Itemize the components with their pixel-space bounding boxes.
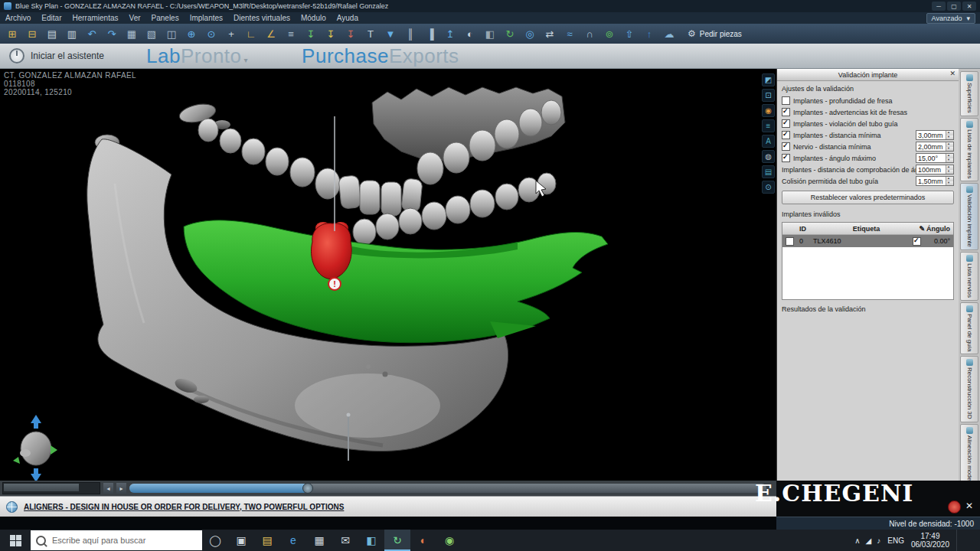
panel-close-icon[interactable]: ✕ bbox=[949, 70, 956, 77]
arc-tool-icon[interactable]: ∩ bbox=[580, 25, 599, 42]
menu-item[interactable]: Implantes bbox=[185, 14, 228, 22]
setting-checkbox[interactable] bbox=[782, 154, 790, 162]
globe-tool-icon[interactable]: ⊚ bbox=[600, 25, 619, 42]
crosshair-icon[interactable]: + bbox=[222, 25, 240, 42]
sphere-view-icon[interactable]: ◍ bbox=[762, 150, 775, 163]
search-input[interactable] bbox=[51, 535, 188, 546]
side-tab[interactable]: Validación implante bbox=[960, 183, 978, 250]
slider-tool-icon[interactable]: ║ bbox=[401, 25, 420, 42]
implant-table-row[interactable]: 0 TLX4610 0.00° bbox=[782, 235, 953, 247]
taskbar-search[interactable] bbox=[31, 530, 202, 550]
refresh-view-icon[interactable]: ↻ bbox=[501, 25, 519, 42]
advanced-mode-dropdown[interactable]: Avanzado ▾ bbox=[926, 13, 975, 24]
scroll-left-button[interactable]: ◂ bbox=[103, 483, 113, 494]
timeline-slider-knob[interactable] bbox=[302, 483, 313, 494]
spinner-value[interactable]: 15,00° bbox=[916, 154, 946, 162]
spinner-value[interactable]: 3,00mm bbox=[916, 131, 946, 139]
chrome-icon[interactable]: ◉ bbox=[436, 530, 462, 551]
spinner-down-icon[interactable] bbox=[946, 158, 953, 163]
layout-single-view-icon[interactable]: ▦ bbox=[122, 25, 141, 42]
tray-expand-icon[interactable]: ∧ bbox=[854, 536, 860, 545]
maximize-button[interactable]: ▢ bbox=[947, 2, 961, 11]
zoom-reset-icon[interactable]: ⊙ bbox=[202, 25, 220, 42]
volume-icon[interactable]: ♪ bbox=[877, 536, 880, 545]
layout-grid-view-icon[interactable]: ▧ bbox=[142, 25, 161, 42]
implant-angle-checkbox[interactable] bbox=[913, 237, 921, 246]
secondary-scrollbar[interactable] bbox=[2, 482, 100, 494]
setting-checkbox[interactable] bbox=[782, 108, 790, 116]
menu-item[interactable]: Ayuda bbox=[332, 14, 364, 22]
implant-yellow-icon[interactable]: ↧ bbox=[322, 25, 340, 42]
pan-view-icon[interactable]: ⇄ bbox=[541, 25, 559, 42]
value-spinner[interactable]: 2,00mm bbox=[916, 142, 954, 152]
cloud-icon[interactable]: ☁ bbox=[660, 25, 678, 42]
setting-checkbox[interactable] bbox=[782, 119, 790, 128]
camera-icon[interactable]: ⊙ bbox=[762, 181, 775, 194]
patient-orientation-icon[interactable]: ◉ bbox=[762, 104, 775, 117]
photos-icon[interactable]: ◧ bbox=[358, 530, 384, 551]
zoom-in-icon[interactable]: ⊕ bbox=[182, 25, 201, 42]
screw-tool-icon[interactable]: ↥ bbox=[441, 25, 459, 42]
setting-checkbox[interactable] bbox=[782, 142, 790, 151]
scroll-right-button[interactable]: ▸ bbox=[116, 483, 126, 494]
annotation-icon[interactable]: A bbox=[762, 135, 775, 148]
cortana-icon[interactable]: ◯ bbox=[202, 530, 228, 551]
aligners-news-link[interactable]: ALIGNERS - DESIGN IN HOUSE OR ORDER FOR … bbox=[24, 503, 344, 511]
reset-defaults-button[interactable]: Restablecer valores predeterminados bbox=[782, 191, 954, 204]
mail-icon[interactable]: ✉ bbox=[332, 530, 358, 551]
brightness-icon[interactable]: ◐ bbox=[461, 25, 479, 42]
network-icon[interactable]: ◢ bbox=[866, 536, 872, 545]
menu-item[interactable]: Paneles bbox=[146, 14, 185, 22]
menu-item[interactable]: Editar bbox=[36, 14, 67, 22]
upload-icon[interactable]: ↑ bbox=[640, 25, 658, 42]
store-icon[interactable]: ▦ bbox=[306, 530, 332, 551]
menu-item[interactable]: Herramientas bbox=[67, 14, 123, 22]
spline-tool-icon[interactable]: ≈ bbox=[560, 25, 579, 42]
clock[interactable]: 17:49 06/03/2020 bbox=[911, 532, 949, 549]
action-center-icon[interactable] bbox=[956, 530, 980, 551]
measure-distance-icon[interactable]: ∟ bbox=[242, 25, 260, 42]
menu-item[interactable]: Dientes virtuales bbox=[228, 14, 296, 22]
import-file-icon[interactable]: ⊟ bbox=[23, 25, 41, 42]
spinner-value[interactable]: 100mm bbox=[916, 165, 946, 174]
layers-icon[interactable]: ▤ bbox=[762, 165, 775, 178]
menu-item[interactable]: Módulo bbox=[296, 14, 332, 22]
browser-icon[interactable]: ◐ bbox=[410, 530, 436, 551]
value-spinner[interactable]: 15,00° bbox=[916, 153, 954, 163]
marker-icon[interactable]: ▼ bbox=[381, 25, 400, 42]
start-button[interactable] bbox=[0, 530, 31, 551]
timeline-slider[interactable] bbox=[129, 484, 766, 493]
implant-warning-icon[interactable]: ! bbox=[328, 278, 341, 290]
value-spinner[interactable]: 3,00mm bbox=[916, 130, 954, 140]
undo-icon[interactable]: ↶ bbox=[83, 25, 101, 42]
side-tab[interactable]: Panel de guía bbox=[960, 302, 978, 354]
magnify-icon[interactable]: ◎ bbox=[521, 25, 539, 42]
ruler-icon[interactable]: ≡ bbox=[762, 119, 775, 132]
panel-toggle-icon[interactable]: ▐ bbox=[421, 25, 439, 42]
value-spinner[interactable]: 100mm bbox=[916, 165, 954, 174]
export-icon[interactable]: ⇧ bbox=[620, 25, 639, 42]
close-button[interactable]: ✕ bbox=[962, 2, 976, 11]
power-icon[interactable] bbox=[9, 48, 24, 64]
3d-viewport[interactable]: ! CT, GONZALEZ ALMAZAN RAFAEL01181082020… bbox=[0, 69, 776, 481]
density-profile-icon[interactable]: ≡ bbox=[282, 25, 300, 42]
side-tab[interactable]: Reconstrucción 3D bbox=[960, 356, 978, 422]
order-parts-button[interactable]: ⚙ Pedir piezas bbox=[688, 28, 742, 39]
menu-item[interactable]: Ver bbox=[124, 14, 146, 22]
maximize-view-icon[interactable]: ◩ bbox=[762, 73, 775, 86]
orientation-head-widget[interactable] bbox=[13, 415, 57, 481]
file-explorer-icon[interactable]: ▤ bbox=[254, 530, 280, 551]
spinner-down-icon[interactable] bbox=[946, 135, 953, 140]
spinner-down-icon[interactable] bbox=[946, 170, 953, 174]
banner-close-icon[interactable]: ✕ bbox=[962, 499, 977, 513]
redo-icon[interactable]: ↷ bbox=[103, 25, 121, 42]
snapshot-icon[interactable]: ⊡ bbox=[762, 89, 775, 102]
spinner-value[interactable]: 1,50mm bbox=[916, 177, 946, 185]
layout-columns-view-icon[interactable]: ◫ bbox=[162, 25, 181, 42]
bluesky-app-icon[interactable]: ↻ bbox=[384, 530, 410, 551]
menu-item[interactable]: Archivo bbox=[0, 14, 36, 22]
side-tab[interactable]: Superficies bbox=[960, 71, 978, 116]
screenshot-icon[interactable]: ▤ bbox=[43, 25, 61, 42]
edge-icon[interactable]: e bbox=[280, 530, 306, 551]
setting-checkbox[interactable] bbox=[782, 96, 790, 105]
